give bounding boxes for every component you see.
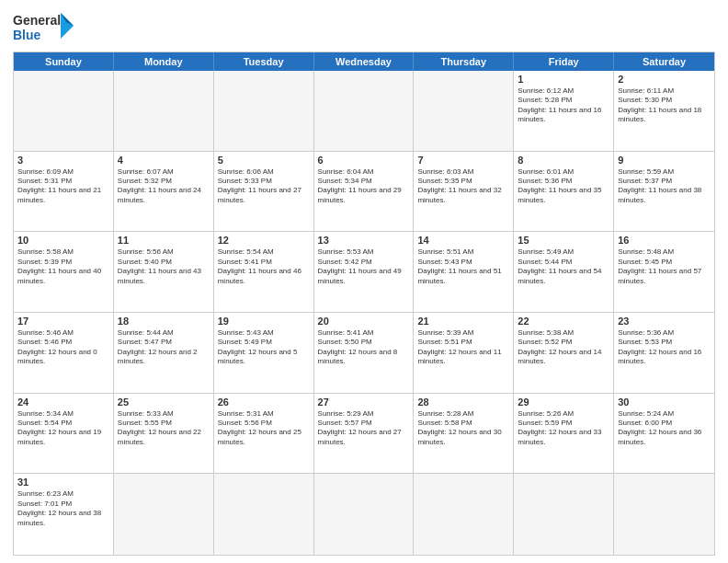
svg-text:General: General — [13, 13, 61, 28]
calendar-cell: 18Sunrise: 5:44 AM Sunset: 5:47 PM Dayli… — [114, 313, 214, 393]
svg-text:Blue: Blue — [13, 28, 41, 42]
calendar-cell: 14Sunrise: 5:51 AM Sunset: 5:43 PM Dayli… — [414, 232, 514, 312]
calendar-cell: 2Sunrise: 6:11 AM Sunset: 5:30 PM Daylig… — [614, 71, 714, 151]
day-info: Sunrise: 5:39 AM Sunset: 5:51 PM Dayligh… — [417, 328, 509, 367]
calendar-row-0: 1Sunrise: 6:12 AM Sunset: 5:28 PM Daylig… — [14, 71, 714, 152]
day-info: Sunrise: 6:03 AM Sunset: 5:35 PM Dayligh… — [417, 167, 509, 206]
day-info: Sunrise: 5:46 AM Sunset: 5:46 PM Dayligh… — [17, 328, 109, 367]
day-number: 24 — [17, 396, 109, 408]
page: GeneralBlue SundayMondayTuesdayWednesday… — [0, 0, 728, 563]
day-info: Sunrise: 5:43 AM Sunset: 5:49 PM Dayligh… — [218, 328, 310, 367]
calendar-row-3: 17Sunrise: 5:46 AM Sunset: 5:46 PM Dayli… — [14, 313, 714, 394]
calendar-cell: 20Sunrise: 5:41 AM Sunset: 5:50 PM Dayli… — [314, 313, 415, 393]
day-number: 11 — [118, 235, 210, 246]
calendar-row-4: 24Sunrise: 5:34 AM Sunset: 5:54 PM Dayli… — [14, 394, 714, 475]
day-number: 8 — [518, 155, 609, 166]
calendar-cell: 7Sunrise: 6:03 AM Sunset: 5:35 PM Daylig… — [414, 152, 514, 232]
day-info: Sunrise: 5:28 AM Sunset: 5:58 PM Dayligh… — [417, 409, 509, 448]
header: GeneralBlue — [13, 9, 715, 46]
calendar-cell — [514, 474, 614, 555]
calendar-cell: 19Sunrise: 5:43 AM Sunset: 5:49 PM Dayli… — [214, 313, 314, 393]
day-number: 4 — [118, 155, 210, 166]
calendar-cell: 11Sunrise: 5:56 AM Sunset: 5:40 PM Dayli… — [114, 232, 214, 312]
calendar-cell: 16Sunrise: 5:48 AM Sunset: 5:45 PM Dayli… — [614, 232, 714, 312]
day-number: 2 — [618, 74, 711, 85]
day-info: Sunrise: 5:41 AM Sunset: 5:50 PM Dayligh… — [318, 328, 410, 367]
day-info: Sunrise: 5:33 AM Sunset: 5:55 PM Dayligh… — [118, 409, 210, 448]
calendar-cell — [414, 71, 514, 151]
calendar-cell: 31Sunrise: 6:23 AM Sunset: 7:01 PM Dayli… — [14, 474, 114, 555]
calendar-cell: 3Sunrise: 6:09 AM Sunset: 5:31 PM Daylig… — [14, 152, 114, 232]
day-info: Sunrise: 5:44 AM Sunset: 5:47 PM Dayligh… — [118, 328, 210, 367]
day-info: Sunrise: 6:12 AM Sunset: 5:28 PM Dayligh… — [518, 86, 609, 125]
calendar-cell: 28Sunrise: 5:28 AM Sunset: 5:58 PM Dayli… — [414, 394, 514, 474]
calendar-body: 1Sunrise: 6:12 AM Sunset: 5:28 PM Daylig… — [14, 71, 714, 555]
day-number: 25 — [118, 396, 210, 408]
calendar-cell: 26Sunrise: 5:31 AM Sunset: 5:56 PM Dayli… — [214, 394, 314, 474]
day-info: Sunrise: 5:56 AM Sunset: 5:40 PM Dayligh… — [118, 247, 210, 286]
calendar-cell: 9Sunrise: 5:59 AM Sunset: 5:37 PM Daylig… — [614, 152, 714, 232]
day-number: 29 — [518, 396, 609, 408]
calendar-cell: 29Sunrise: 5:26 AM Sunset: 5:59 PM Dayli… — [514, 394, 614, 474]
calendar-cell: 12Sunrise: 5:54 AM Sunset: 5:41 PM Dayli… — [214, 232, 314, 312]
calendar-cell: 22Sunrise: 5:38 AM Sunset: 5:52 PM Dayli… — [514, 313, 614, 393]
day-info: Sunrise: 6:04 AM Sunset: 5:34 PM Dayligh… — [318, 167, 410, 206]
calendar-cell: 5Sunrise: 6:06 AM Sunset: 5:33 PM Daylig… — [214, 152, 314, 232]
day-info: Sunrise: 6:07 AM Sunset: 5:32 PM Dayligh… — [118, 167, 210, 206]
calendar-cell: 6Sunrise: 6:04 AM Sunset: 5:34 PM Daylig… — [314, 152, 415, 232]
day-number: 12 — [218, 235, 310, 246]
calendar-cell — [614, 474, 714, 555]
calendar-cell: 24Sunrise: 5:34 AM Sunset: 5:54 PM Dayli… — [14, 394, 114, 474]
calendar-cell — [114, 71, 214, 151]
day-number: 26 — [218, 396, 310, 408]
calendar-cell: 30Sunrise: 5:24 AM Sunset: 6:00 PM Dayli… — [614, 394, 714, 474]
day-number: 19 — [218, 316, 310, 327]
calendar-cell — [14, 71, 114, 151]
calendar-cell — [214, 71, 314, 151]
day-number: 21 — [417, 316, 509, 327]
day-info: Sunrise: 6:06 AM Sunset: 5:33 PM Dayligh… — [218, 167, 310, 206]
day-info: Sunrise: 6:09 AM Sunset: 5:31 PM Dayligh… — [17, 167, 109, 206]
calendar-row-2: 10Sunrise: 5:58 AM Sunset: 5:39 PM Dayli… — [14, 232, 714, 313]
day-number: 17 — [17, 316, 109, 327]
logo: GeneralBlue — [13, 9, 77, 46]
day-number: 30 — [618, 396, 711, 408]
day-number: 9 — [618, 155, 711, 166]
calendar-cell — [314, 71, 415, 151]
weekday-header-tuesday: Tuesday — [214, 52, 314, 71]
day-number: 5 — [218, 155, 310, 166]
svg-marker-2 — [61, 13, 74, 39]
day-number: 20 — [318, 316, 410, 327]
day-number: 13 — [318, 235, 410, 246]
calendar-cell — [414, 474, 514, 555]
weekday-header-saturday: Saturday — [614, 52, 714, 71]
day-info: Sunrise: 6:11 AM Sunset: 5:30 PM Dayligh… — [618, 86, 711, 125]
day-number: 15 — [518, 235, 609, 246]
day-number: 22 — [518, 316, 609, 327]
weekday-header-friday: Friday — [514, 52, 614, 71]
day-number: 1 — [518, 74, 609, 85]
day-info: Sunrise: 5:58 AM Sunset: 5:39 PM Dayligh… — [17, 247, 109, 286]
day-info: Sunrise: 5:34 AM Sunset: 5:54 PM Dayligh… — [17, 409, 109, 448]
day-info: Sunrise: 6:23 AM Sunset: 7:01 PM Dayligh… — [17, 489, 109, 528]
day-number: 14 — [417, 235, 509, 246]
day-info: Sunrise: 5:26 AM Sunset: 5:59 PM Dayligh… — [518, 409, 609, 448]
day-info: Sunrise: 6:01 AM Sunset: 5:36 PM Dayligh… — [518, 167, 609, 206]
calendar-cell: 27Sunrise: 5:29 AM Sunset: 5:57 PM Dayli… — [314, 394, 415, 474]
calendar-cell: 15Sunrise: 5:49 AM Sunset: 5:44 PM Dayli… — [514, 232, 614, 312]
weekday-header-monday: Monday — [114, 52, 214, 71]
weekday-header-thursday: Thursday — [414, 52, 514, 71]
calendar-cell: 25Sunrise: 5:33 AM Sunset: 5:55 PM Dayli… — [114, 394, 214, 474]
day-info: Sunrise: 5:31 AM Sunset: 5:56 PM Dayligh… — [218, 409, 310, 448]
day-info: Sunrise: 5:38 AM Sunset: 5:52 PM Dayligh… — [518, 328, 609, 367]
day-number: 28 — [417, 396, 509, 408]
day-info: Sunrise: 5:51 AM Sunset: 5:43 PM Dayligh… — [417, 247, 509, 286]
day-number: 31 — [17, 477, 109, 488]
calendar-cell — [314, 474, 415, 555]
calendar-cell: 17Sunrise: 5:46 AM Sunset: 5:46 PM Dayli… — [14, 313, 114, 393]
weekday-header-sunday: Sunday — [14, 52, 114, 71]
day-info: Sunrise: 5:29 AM Sunset: 5:57 PM Dayligh… — [318, 409, 410, 448]
weekday-header-wednesday: Wednesday — [314, 52, 415, 71]
calendar-header: SundayMondayTuesdayWednesdayThursdayFrid… — [14, 52, 714, 71]
day-info: Sunrise: 5:59 AM Sunset: 5:37 PM Dayligh… — [618, 167, 711, 206]
